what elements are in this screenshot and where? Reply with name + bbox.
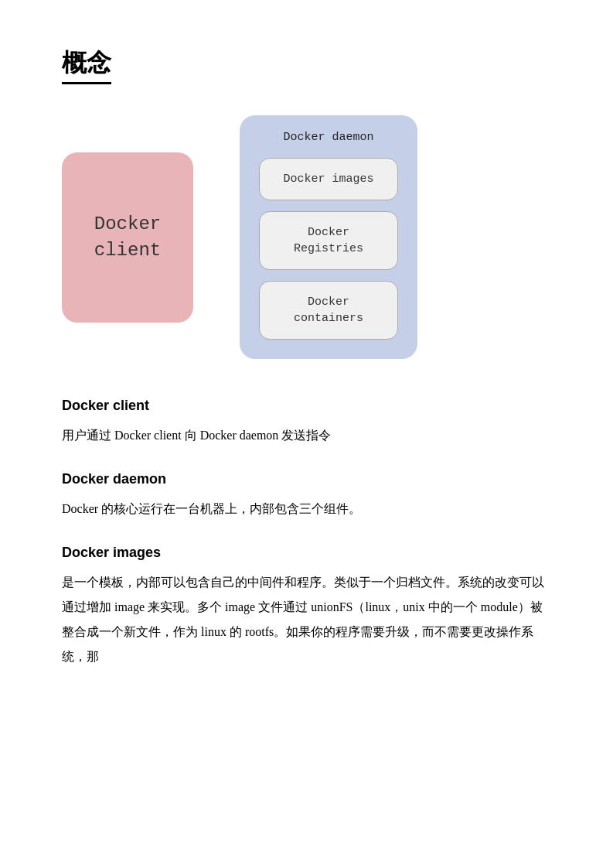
section-docker-daemon: Docker daemon Docker 的核心运行在一台机器上，内部包含三个组… <box>62 471 551 521</box>
section-docker-client: Docker client 用户通过 Docker client 向 Docke… <box>62 398 551 448</box>
docker-containers-inner-box: Dockercontainers <box>259 281 398 340</box>
docker-images-text: 是一个模板，内部可以包含自己的中间件和程序。类似于一个归档文件。系统的改变可以通… <box>62 570 551 669</box>
docker-daemon-label: Docker daemon <box>259 131 398 144</box>
docker-daemon-text: Docker 的核心运行在一台机器上，内部包含三个组件。 <box>62 497 551 521</box>
docker-daemon-heading: Docker daemon <box>62 471 551 487</box>
docker-images-inner-box: Docker images <box>259 158 398 200</box>
docker-client-label: Dockerclient <box>94 211 161 263</box>
docker-registries-inner-box: DockerRegistries <box>259 211 398 270</box>
docker-images-heading: Docker images <box>62 545 551 561</box>
diagram-area: Dockerclient Docker daemon Docker images… <box>62 115 551 359</box>
page-title: 概念 <box>62 46 111 84</box>
docker-client-heading: Docker client <box>62 398 551 414</box>
docker-client-diagram-box: Dockerclient <box>62 152 193 323</box>
docker-client-text: 用户通过 Docker client 向 Docker daemon 发送指令 <box>62 423 551 448</box>
docker-daemon-diagram-box: Docker daemon Docker images DockerRegist… <box>240 115 417 359</box>
section-docker-images: Docker images 是一个模板，内部可以包含自己的中间件和程序。类似于一… <box>62 545 551 669</box>
